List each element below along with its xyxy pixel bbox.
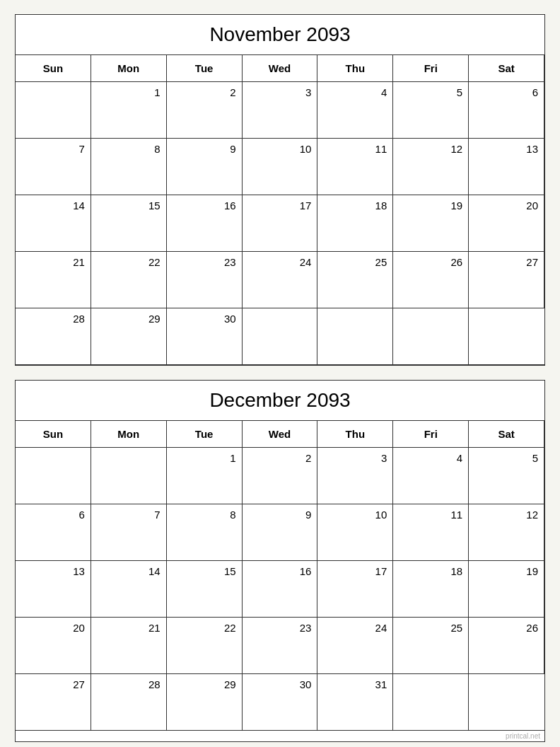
dec-w3-tue: 15	[167, 561, 243, 618]
dec-w5-sat	[469, 674, 544, 731]
nov-w1-wed: 3	[243, 82, 318, 139]
dec-w5-mon: 28	[91, 674, 167, 731]
nov-w4-thu: 25	[317, 252, 393, 308]
nov-w5-wed	[243, 308, 318, 365]
dec-w2-sat: 12	[469, 504, 544, 561]
dec-header-fri: Fri	[393, 421, 469, 448]
dec-w3-wed: 16	[243, 561, 318, 618]
dec-w2-thu: 10	[317, 504, 393, 561]
dec-w4-fri: 25	[393, 618, 469, 674]
nov-w2-sun: 7	[16, 139, 91, 195]
dec-w2-tue: 8	[167, 504, 243, 561]
nov-w3-fri: 19	[393, 195, 469, 252]
nov-w4-sun: 21	[16, 252, 91, 308]
nov-w5-thu	[317, 308, 393, 365]
nov-w3-sun: 14	[16, 195, 91, 252]
nov-w4-fri: 26	[393, 252, 469, 308]
dec-w4-sat: 26	[469, 618, 544, 674]
dec-w4-tue: 22	[167, 618, 243, 674]
nov-w3-mon: 15	[91, 195, 167, 252]
nov-w4-mon: 22	[91, 252, 167, 308]
nov-w4-wed: 24	[243, 252, 318, 308]
dec-w1-mon	[91, 448, 167, 504]
dec-w4-thu: 24	[317, 618, 393, 674]
nov-w1-thu: 4	[317, 82, 393, 139]
nov-w1-fri: 5	[393, 82, 469, 139]
nov-w3-thu: 18	[317, 195, 393, 252]
dec-header-tue: Tue	[167, 421, 243, 448]
dec-w2-sun: 6	[16, 504, 91, 561]
nov-header-sun: Sun	[16, 55, 91, 82]
nov-w4-sat: 27	[469, 252, 544, 308]
dec-w5-fri	[393, 674, 469, 731]
nov-w2-fri: 12	[393, 139, 469, 195]
dec-header-mon: Mon	[91, 421, 167, 448]
nov-w3-sat: 20	[469, 195, 544, 252]
november-calendar: November 2093 Sun Mon Tue Wed Thu Fri Sa…	[15, 14, 545, 366]
dec-w1-sat: 5	[469, 448, 544, 504]
dec-w4-mon: 21	[91, 618, 167, 674]
nov-header-wed: Wed	[243, 55, 318, 82]
dec-w4-sun: 20	[16, 618, 91, 674]
dec-w5-sun: 27	[16, 674, 91, 731]
watermark: printcal.net	[16, 731, 544, 741]
dec-w4-wed: 23	[243, 618, 318, 674]
dec-w2-wed: 9	[243, 504, 318, 561]
nov-w2-mon: 8	[91, 139, 167, 195]
dec-w3-sun: 13	[16, 561, 91, 618]
december-calendar: December 2093 Sun Mon Tue Wed Thu Fri Sa…	[15, 380, 545, 742]
dec-w1-tue: 1	[167, 448, 243, 504]
december-title: December 2093	[16, 381, 544, 421]
nov-w2-wed: 10	[243, 139, 318, 195]
nov-w3-tue: 16	[167, 195, 243, 252]
nov-w5-sat	[469, 308, 544, 365]
nov-w1-sat: 6	[469, 82, 544, 139]
dec-w3-mon: 14	[91, 561, 167, 618]
dec-w5-thu: 31	[317, 674, 393, 731]
dec-w3-sat: 19	[469, 561, 544, 618]
november-grid: Sun Mon Tue Wed Thu Fri Sat 1 2 3 4 5 6 …	[16, 55, 544, 365]
nov-w2-thu: 11	[317, 139, 393, 195]
nov-w5-sun: 28	[16, 308, 91, 365]
nov-w4-tue: 23	[167, 252, 243, 308]
november-title: November 2093	[16, 15, 544, 55]
nov-header-tue: Tue	[167, 55, 243, 82]
dec-w1-fri: 4	[393, 448, 469, 504]
nov-w5-mon: 29	[91, 308, 167, 365]
dec-w5-tue: 29	[167, 674, 243, 731]
nov-w5-fri	[393, 308, 469, 365]
dec-w1-sun	[16, 448, 91, 504]
nov-w2-tue: 9	[167, 139, 243, 195]
nov-header-fri: Fri	[393, 55, 469, 82]
dec-header-sun: Sun	[16, 421, 91, 448]
nov-w1-sun	[16, 82, 91, 139]
nov-w1-tue: 2	[167, 82, 243, 139]
dec-header-sat: Sat	[469, 421, 544, 448]
dec-w3-fri: 18	[393, 561, 469, 618]
nov-w3-wed: 17	[243, 195, 318, 252]
dec-header-thu: Thu	[317, 421, 393, 448]
nov-header-mon: Mon	[91, 55, 167, 82]
nov-w2-sat: 13	[469, 139, 544, 195]
dec-w1-wed: 2	[243, 448, 318, 504]
dec-w1-thu: 3	[317, 448, 393, 504]
nov-header-thu: Thu	[317, 55, 393, 82]
december-grid: Sun Mon Tue Wed Thu Fri Sat 1 2 3 4 5 6 …	[16, 421, 544, 731]
nov-w1-mon: 1	[91, 82, 167, 139]
dec-w5-wed: 30	[243, 674, 318, 731]
nov-w5-tue: 30	[167, 308, 243, 365]
dec-w2-fri: 11	[393, 504, 469, 561]
dec-w3-thu: 17	[317, 561, 393, 618]
nov-header-sat: Sat	[469, 55, 544, 82]
dec-w2-mon: 7	[91, 504, 167, 561]
dec-header-wed: Wed	[243, 421, 318, 448]
